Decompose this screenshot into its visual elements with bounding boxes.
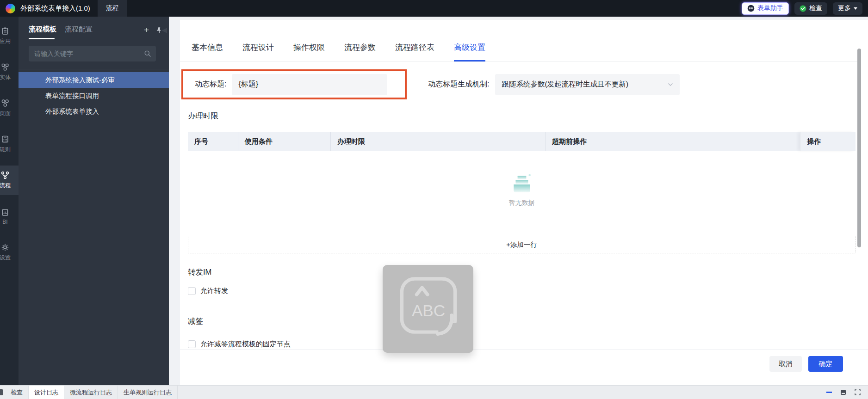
rules-icon [1, 135, 9, 143]
rail-item-rules[interactable]: 规则 [0, 129, 14, 159]
dynamic-title-input[interactable] [232, 74, 387, 95]
search-icon[interactable] [144, 50, 151, 57]
rail-item-flow[interactable]: 流程 [0, 166, 19, 195]
rail-item-entity[interactable]: 实体 [0, 57, 14, 87]
minimize-icon[interactable] [826, 392, 832, 393]
bottom-tab-order-rule-log[interactable]: 生单规则运行日志 [118, 386, 178, 399]
pages-icon [1, 99, 9, 107]
title-mechanism-select[interactable]: 跟随系统参数(发起流程时生成且不更新) [495, 74, 680, 95]
column-header-actions: 操作 [800, 132, 856, 151]
fullscreen-icon[interactable] [855, 389, 861, 395]
page-background: 基本信息 流程设计 操作权限 流程参数 流程路径表 高级设置 动态标题: 动态标… [169, 17, 868, 385]
rail-item-bi[interactable]: BI [0, 202, 14, 231]
clipped-icon [0, 389, 3, 395]
allow-forward-row: 允许转发 [188, 287, 228, 295]
sidebar-list: 外部系统接入测试-必审 表单流程接口调用 外部系统表单接入 [19, 72, 169, 119]
ime-abc-overlay: ABC [383, 265, 473, 353]
rail-label: 页面 [0, 110, 11, 117]
main-tabbar: 基本信息 流程设计 操作权限 流程参数 流程路径表 高级设置 [180, 20, 859, 62]
countersign-title: 减签 [188, 316, 203, 326]
gear-icon [1, 243, 9, 252]
empty-data-text: 暂无数据 [509, 199, 535, 207]
sidebar-divider [19, 69, 169, 69]
check-circle-icon [800, 5, 806, 12]
bottom-item-check[interactable]: 检查 [5, 386, 28, 399]
more-label: 更多 [838, 4, 851, 12]
column-header-time-limit: 办理时限 [330, 132, 545, 151]
sidebar-search [29, 46, 156, 61]
bottom-tab-design-log[interactable]: 设计日志 [28, 386, 64, 399]
sidebar-header-icons: + [144, 25, 162, 39]
column-header-condition: 使用条件 [238, 132, 330, 151]
dynamic-title-highlight-box: 动态标题: [181, 69, 407, 99]
rail-item-pages[interactable]: 页面 [0, 93, 14, 123]
list-item[interactable]: 表单流程接口调用 [19, 88, 169, 104]
tab-flow-design[interactable]: 流程设计 [242, 42, 274, 61]
sidebar-tab-flow-template[interactable]: 流程模板 [29, 25, 56, 39]
column-header-pre-overdue: 超期前操作 [545, 132, 800, 151]
app-title: 外部系统表单接入(1.0) [20, 4, 90, 13]
tab-advanced-settings[interactable]: 高级设置 [454, 42, 485, 61]
rail-label: 应用 [0, 37, 11, 45]
rail-item-settings[interactable]: 设置 [0, 238, 14, 267]
flow-icon [1, 171, 9, 179]
list-item[interactable]: 外部系统接入测试-必审 [19, 72, 169, 88]
sidebar: 流程模板 流程配置 + 外部系统接入测试-必审 表单流程接口调用 外部系统表单接… [19, 17, 169, 385]
chevron-down-icon [668, 83, 673, 86]
title-mechanism-label: 动态标题生成机制: [428, 80, 489, 89]
form-assistant-button[interactable]: 表单助手 [742, 2, 789, 15]
entity-icon [1, 63, 9, 71]
bottom-bar: 检查 设计日志 微流程运行日志 生单规则运行日志 [0, 385, 868, 399]
ime-key-text: ABC [412, 301, 445, 319]
tab-operation-permissions[interactable]: 操作权限 [293, 42, 325, 61]
list-item[interactable]: 外部系统表单接入 [19, 104, 169, 119]
app-logo-icon [6, 4, 15, 13]
panel-toggle-icon[interactable] [840, 389, 846, 395]
dynamic-title-label: 动态标题: [195, 80, 226, 89]
nav-rail: 应用 实体 页面 规则 流程 [0, 17, 19, 385]
clipboard-icon [1, 27, 9, 35]
allow-countersign-label: 允许减签流程模板的固定节点 [200, 340, 291, 349]
collapse-sidebar-icon[interactable]: ◀ [161, 26, 167, 34]
rail-item-app[interactable]: 应用 [0, 21, 14, 51]
time-limit-table: 序号 使用条件 办理时限 超期前操作 操作 [188, 132, 856, 228]
settings-panel: 基本信息 流程设计 操作权限 流程参数 流程路径表 高级设置 动态标题: 动态标… [180, 20, 868, 385]
tab-flow-params[interactable]: 流程参数 [344, 42, 376, 61]
rail-label: 设置 [0, 254, 11, 262]
robot-face-icon [747, 5, 755, 12]
form-assistant-label: 表单助手 [757, 4, 783, 12]
allow-countersign-checkbox[interactable] [188, 340, 196, 348]
top-tab-flow[interactable]: 流程 [98, 0, 127, 17]
add-row-button[interactable]: +添加一行 [188, 236, 856, 253]
allow-forward-label: 允许转发 [200, 287, 228, 295]
panel-footer: 取消 确定 [180, 350, 868, 385]
bi-icon [1, 208, 9, 216]
allow-countersign-row: 允许减签流程模板的固定节点 [188, 340, 291, 349]
tab-basic-info[interactable]: 基本信息 [192, 42, 223, 61]
sidebar-tab-flow-config[interactable]: 流程配置 [65, 25, 93, 39]
forward-im-title: 转发IM [188, 267, 211, 277]
sidebar-header: 流程模板 流程配置 + [19, 17, 169, 39]
rail-label: 实体 [0, 74, 11, 81]
rail-label: 流程 [0, 182, 11, 190]
check-button[interactable]: 检查 [794, 2, 827, 15]
search-input[interactable] [34, 50, 144, 57]
column-header-seq: 序号 [188, 132, 238, 151]
cancel-button[interactable]: 取消 [769, 356, 802, 372]
empty-state: 暂无数据 [188, 151, 856, 228]
title-mechanism-value: 跟随系统参数(发起流程时生成且不更新) [502, 80, 628, 89]
add-icon[interactable]: + [144, 25, 149, 34]
bottom-bar-right-icons [826, 386, 861, 399]
tab-flow-path-table[interactable]: 流程路径表 [395, 42, 434, 61]
title-mechanism-field: 动态标题生成机制: 跟随系统参数(发起流程时生成且不更新) [428, 69, 680, 99]
check-label: 检查 [809, 4, 822, 12]
rail-label: BI [2, 219, 7, 225]
bottom-tab-microflow-log[interactable]: 微流程运行日志 [64, 386, 118, 399]
allow-forward-checkbox[interactable] [188, 287, 196, 295]
more-button[interactable]: 更多 [833, 2, 862, 15]
confirm-button[interactable]: 确定 [808, 356, 843, 372]
vertical-scrollbar[interactable] [857, 49, 861, 247]
chevron-down-icon [854, 7, 857, 10]
time-limit-title: 办理时限 [188, 111, 218, 121]
table-header-row: 序号 使用条件 办理时限 超期前操作 操作 [188, 132, 856, 151]
